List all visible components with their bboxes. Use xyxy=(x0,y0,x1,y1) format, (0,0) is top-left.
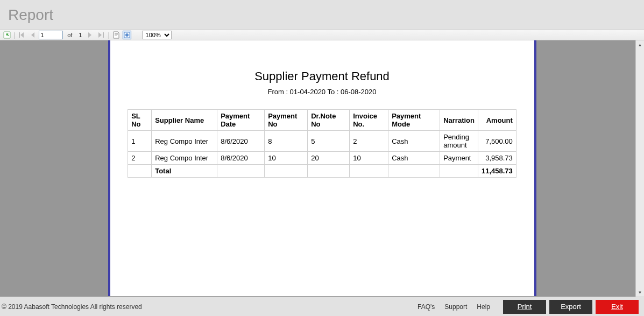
table-cell: Total xyxy=(152,165,217,178)
svg-marker-3 xyxy=(88,32,91,38)
svg-marker-4 xyxy=(98,32,102,38)
table-cell: 20 xyxy=(308,152,350,165)
svg-marker-2 xyxy=(31,32,34,38)
svg-rect-7 xyxy=(115,34,118,35)
table-cell xyxy=(217,165,265,178)
refresh-icon[interactable] xyxy=(3,31,11,39)
table-cell: Cash xyxy=(388,131,440,152)
table-cell xyxy=(440,165,478,178)
svg-rect-5 xyxy=(103,32,104,38)
table-cell: 8 xyxy=(265,131,308,152)
table-cell: 11,458.73 xyxy=(478,165,516,178)
faqs-link[interactable]: FAQ's xyxy=(417,303,435,311)
page-total: 1 xyxy=(76,32,84,38)
table-cell: 2 xyxy=(128,152,152,165)
table-cell: 1 xyxy=(128,131,152,152)
table-cell: Reg Compo Inter xyxy=(152,152,217,165)
table-cell: Payment xyxy=(440,152,478,165)
col-drnote: Dr.Note No xyxy=(308,110,350,131)
table-cell: 3,958.73 xyxy=(478,152,516,165)
support-link[interactable]: Support xyxy=(444,303,467,311)
zoom-select[interactable]: 100% xyxy=(142,31,172,39)
exit-button[interactable]: Exit xyxy=(596,300,639,314)
svg-rect-0 xyxy=(19,32,20,38)
table-cell xyxy=(350,165,388,178)
col-invoice: Invoice No. xyxy=(350,110,388,131)
col-amount: Amount xyxy=(478,110,516,131)
page-number-input[interactable] xyxy=(39,31,63,39)
print-button[interactable]: Print xyxy=(503,300,546,314)
report-page: Supplier Payment Refund From : 01-04-202… xyxy=(108,40,536,296)
report-viewport: Supplier Payment Refund From : 01-04-202… xyxy=(0,40,644,297)
report-date-range: From : 01-04-2020 To : 06-08-2020 xyxy=(110,88,534,96)
help-link[interactable]: Help xyxy=(477,303,490,311)
table-header-row: SL No Supplier Name Payment Date Payment… xyxy=(128,110,516,131)
first-page-icon[interactable] xyxy=(17,31,26,39)
svg-marker-1 xyxy=(20,32,24,38)
table-cell: 8/6/2020 xyxy=(217,131,265,152)
print-layout-icon[interactable] xyxy=(123,31,131,39)
col-supplier: Supplier Name xyxy=(152,110,217,131)
page-title: Report xyxy=(8,6,53,24)
next-page-icon[interactable] xyxy=(86,31,95,39)
col-narration: Narration xyxy=(440,110,478,131)
copyright-text: © 2019 Aabasoft Technologies All rights … xyxy=(2,303,142,311)
vertical-scrollbar[interactable]: ▲ ▼ xyxy=(635,40,644,297)
table-cell: 7,500.00 xyxy=(478,131,516,152)
col-payno: Payment No xyxy=(265,110,308,131)
scroll-down-icon[interactable]: ▼ xyxy=(636,288,644,297)
table-cell xyxy=(265,165,308,178)
report-toolbar: | of 1 | 100% xyxy=(0,30,644,40)
col-date: Payment Date xyxy=(217,110,265,131)
export-button[interactable]: Export xyxy=(549,300,592,314)
table-cell: 5 xyxy=(308,131,350,152)
table-cell: 8/6/2020 xyxy=(217,152,265,165)
footer-bar: © 2019 Aabasoft Technologies All rights … xyxy=(0,297,644,316)
table-row: 1Reg Compo Inter8/6/2020852CashPending a… xyxy=(128,131,516,152)
window-header: Report xyxy=(0,0,644,30)
table-cell: 10 xyxy=(265,152,308,165)
of-label: of xyxy=(65,32,74,38)
table-cell: Reg Compo Inter xyxy=(152,131,217,152)
col-slno: SL No xyxy=(128,110,152,131)
table-cell xyxy=(128,165,152,178)
table-total-row: Total11,458.73 xyxy=(128,165,516,178)
prev-page-icon[interactable] xyxy=(28,31,37,39)
table-cell: 2 xyxy=(350,131,388,152)
svg-rect-6 xyxy=(115,33,118,34)
table-cell xyxy=(388,165,440,178)
col-mode: Payment Mode xyxy=(388,110,440,131)
table-cell: Cash xyxy=(388,152,440,165)
table-cell: 10 xyxy=(350,152,388,165)
svg-point-10 xyxy=(125,33,129,37)
report-table: SL No Supplier Name Payment Date Payment… xyxy=(128,109,516,178)
table-row: 2Reg Compo Inter8/6/2020102010CashPaymen… xyxy=(128,152,516,165)
svg-rect-8 xyxy=(115,36,117,36)
last-page-icon[interactable] xyxy=(97,31,105,39)
scroll-up-icon[interactable]: ▲ xyxy=(636,40,644,49)
table-cell xyxy=(308,165,350,178)
report-title: Supplier Payment Refund xyxy=(110,69,534,83)
page-setup-icon[interactable] xyxy=(112,31,121,39)
table-cell: Pending amount xyxy=(440,131,478,152)
